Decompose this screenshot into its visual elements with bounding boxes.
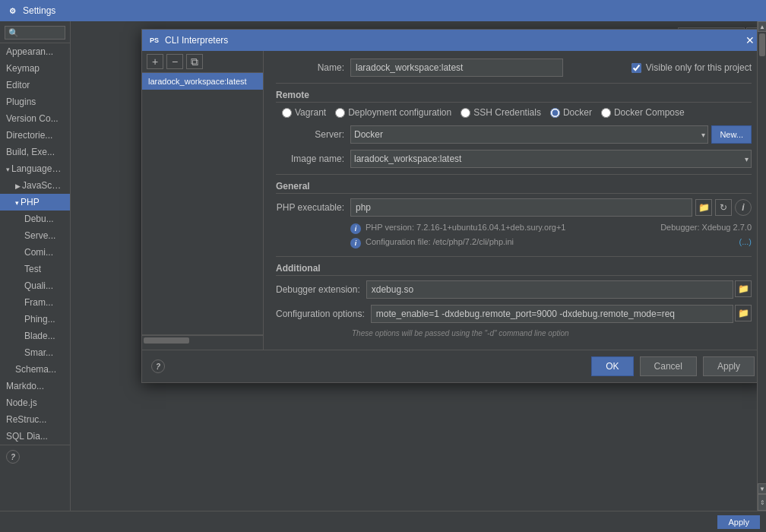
radio-docker-input[interactable] [550,108,560,118]
main-scroll-extra[interactable]: ⇕ [758,494,766,511]
radio-docker-compose-input[interactable] [601,108,611,118]
sidebar-item-comi[interactable]: Comi... [0,244,70,261]
config-options-input[interactable] [371,305,733,323]
dialog-help-icon[interactable]: ? [151,359,165,373]
sidebar-bottom: ? [0,445,70,468]
dialog-titlebar: PS CLI Interpreters ✕ [142,30,764,51]
sidebar-item-editor[interactable]: Editor [0,77,70,93]
sidebar-item-test[interactable]: Test [0,261,70,277]
server-label: Server: [276,129,344,140]
dialog-help-area: ? [151,356,165,376]
sidebar-item-restruct[interactable]: ReStruc... [0,411,70,428]
interpreter-item[interactable]: laradock_workspace:latest [142,73,263,90]
app-icon: ⚙ [6,5,18,17]
h-scroll-thumb [144,337,189,344]
settings-titlebar: ⚙ Settings [0,0,766,21]
config-panel: Name: Visible only for this project Remo… [264,51,764,350]
name-input[interactable] [350,59,563,77]
sidebar-item-markdown[interactable]: Markdo... [0,378,70,394]
sidebar-item-label: Smar... [24,347,53,358]
sidebar-item-fram[interactable]: Fram... [0,294,70,311]
php-version-icon: i [350,223,361,234]
debugger-ext-area: 📁 [366,280,752,299]
sidebar-item-nodejs[interactable]: Node.js [0,394,70,411]
config-file-link[interactable]: (...) [739,237,752,246]
settings-apply-button[interactable]: Apply [717,515,760,529]
sidebar-item-keymap[interactable]: Keymap [0,60,70,77]
sidebar-item-label: Keymap [6,63,40,74]
php-exe-browse-button[interactable]: 📁 [695,199,712,216]
radio-docker-compose[interactable]: Docker Compose [601,107,685,118]
sidebar-item-build[interactable]: Build, Exe... [0,144,70,160]
sidebar-item-label: Editor [6,80,30,90]
cancel-button[interactable]: Cancel [640,356,697,376]
add-interpreter-button[interactable]: + [147,54,163,69]
sidebar-item-php[interactable]: ▾PHP [0,194,70,211]
sidebar-item-label: SQL Dia... [6,431,48,442]
sidebar-item-debug[interactable]: Debu... [0,211,70,227]
sidebar-item-languages[interactable]: ▾Languages... [0,160,70,177]
ok-button[interactable]: OK [591,356,633,376]
settings-title: Settings [23,5,55,16]
sidebar-item-plugins[interactable]: Plugins [0,93,70,110]
sidebar-item-smar[interactable]: Smar... [0,344,70,361]
radio-vagrant-label: Vagrant [295,107,326,118]
radio-vagrant-input[interactable] [282,108,292,118]
apply-button[interactable]: Apply [703,356,755,376]
sidebar-search-area [0,21,70,43]
main-scrollbar[interactable]: ▲ ▼ ⇕ [757,21,766,511]
general-section-heading: General [276,181,752,194]
dialog-close-button[interactable]: ✕ [742,33,758,48]
remove-interpreter-button[interactable]: − [166,54,183,69]
sidebar-item-directories[interactable]: Directorie... [0,127,70,144]
sidebar-item-appearance[interactable]: Appearan... [0,43,70,60]
sidebar-item-label: JavaScri... [22,180,65,191]
visible-checkbox[interactable] [631,63,641,73]
radio-deployment-input[interactable] [335,108,345,118]
radio-docker[interactable]: Docker [550,107,592,118]
sidebar-item-phing[interactable]: Phing... [0,311,70,328]
config-file-text: Configuration file: /etc/php/7.2/cli/php… [366,237,735,246]
image-select[interactable]: laradock_workspace:latest [350,150,752,168]
sidebar-search-input[interactable] [5,26,65,40]
sidebar-item-javascript[interactable]: ▶JavaScri... [0,177,70,194]
copy-interpreter-button[interactable]: ⧉ [186,54,203,69]
sidebar-item-label: Quali... [24,280,53,291]
sidebar-item-sqldialect[interactable]: SQL Dia... [0,428,70,445]
divider-3 [276,256,752,257]
php-exe-refresh-button[interactable]: ↻ [715,199,732,216]
h-scrollbar[interactable] [142,335,263,344]
help-icon[interactable]: ? [6,450,20,464]
sidebar-item-label: ReStruc... [6,414,46,425]
dialog-footer: ? OK Cancel Apply [142,350,764,382]
radio-ssh-input[interactable] [461,108,470,118]
php-exe-label: PHP executable: [276,202,344,213]
sidebar-item-blade[interactable]: Blade... [0,328,70,344]
main-area: ⋯ 📁 ▲ ▼ PS CLI Inte [71,21,766,511]
main-scroll-down[interactable]: ▼ [758,483,766,494]
config-options-browse-button[interactable]: 📁 [735,305,752,321]
radio-ssh[interactable]: SSH Credentials [461,107,541,118]
config-options-label: Configuration options: [276,309,365,319]
radio-deployment[interactable]: Deployment configuration [335,107,451,118]
new-server-button[interactable]: New... [711,125,752,144]
additional-section-heading: Additional [276,263,752,276]
name-row: Name: Visible only for this project [276,59,752,77]
sidebar-item-quali[interactable]: Quali... [0,277,70,294]
main-scroll-up[interactable]: ▲ [758,21,766,32]
php-exe-info-button[interactable]: i [735,199,752,216]
sidebar-item-serve[interactable]: Serve... [0,227,70,244]
sidebar-item-schema[interactable]: Schema... [0,361,70,378]
sidebar-item-label: Serve... [24,230,55,241]
server-select-area: Docker New... [350,125,752,144]
php-exe-input[interactable] [350,198,692,217]
debugger-ext-input[interactable] [366,280,733,299]
sidebar-item-label: Languages... [11,163,64,174]
debugger-ext-browse-button[interactable]: 📁 [735,280,752,297]
cli-interpreters-dialog: PS CLI Interpreters ✕ + − ⧉ [141,29,764,383]
sidebar-item-version[interactable]: Version Co... [0,110,70,127]
server-select[interactable]: Docker [350,125,708,144]
radio-vagrant[interactable]: Vagrant [282,107,326,118]
sidebar-item-label: Schema... [15,364,56,375]
sidebar-item-label: Blade... [24,331,55,341]
